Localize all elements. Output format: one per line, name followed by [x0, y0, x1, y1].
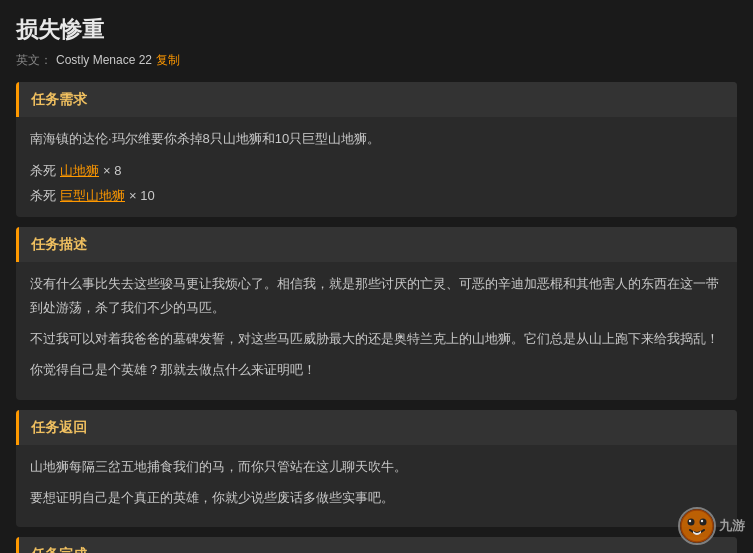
- kill-target-1[interactable]: 山地狮: [60, 159, 99, 182]
- section-header-description: 任务描述: [16, 227, 737, 262]
- section-header-complete: 任务完成: [16, 537, 737, 553]
- svg-point-3: [689, 520, 691, 522]
- return-para-1: 山地狮每隔三岔五地捕食我们的马，而你只管站在这儿聊天吹牛。: [30, 455, 723, 478]
- section-complete: 任务完成 真是好消息!我早该找一个像你这样的英雄来帮我看马厩!你父亲会为你骄傲的…: [16, 537, 737, 553]
- section-header-text-requirements: 任务需求: [31, 91, 87, 107]
- svg-point-4: [701, 520, 703, 522]
- svg-point-1: [688, 519, 695, 526]
- return-para-2: 要想证明自己是个真正的英雄，你就少说些废话多做些实事吧。: [30, 486, 723, 509]
- english-label: 英文：: [16, 51, 52, 70]
- section-body-requirements: 南海镇的达伦·玛尔维要你杀掉8只山地狮和10只巨型山地狮。 杀死 山地狮 × 8…: [16, 117, 737, 217]
- kill-count-2: × 10: [129, 184, 155, 207]
- section-body-description: 没有什么事比失去这些骏马更让我烦心了。相信我，就是那些讨厌的亡灵、可恶的辛迪加恶…: [16, 262, 737, 400]
- section-header-text-return: 任务返回: [31, 419, 87, 435]
- page-container: 损失惨重 英文： Costly Menace 22 复制 任务需求 南海镇的达伦…: [0, 0, 753, 553]
- desc-para-3: 你觉得自己是个英雄？那就去做点什么来证明吧！: [30, 358, 723, 381]
- kill-count-1: × 8: [103, 159, 121, 182]
- svg-point-0: [681, 510, 713, 542]
- kill-target-2[interactable]: 巨型山地狮: [60, 184, 125, 207]
- page-title: 损失惨重: [16, 12, 737, 47]
- section-header-text-description: 任务描述: [31, 236, 87, 252]
- section-header-text-complete: 任务完成: [31, 546, 87, 553]
- watermark: 九游: [678, 507, 745, 545]
- desc-para-2: 不过我可以对着我爸爸的墓碑发誓，对这些马匹威胁最大的还是奥特兰克上的山地狮。它们…: [30, 327, 723, 350]
- section-header-return: 任务返回: [16, 410, 737, 445]
- english-name: Costly Menace 22: [56, 51, 152, 70]
- section-header-requirements: 任务需求: [16, 82, 737, 117]
- section-return: 任务返回 山地狮每隔三岔五地捕食我们的马，而你只管站在这儿聊天吹牛。 要想证明自…: [16, 410, 737, 528]
- kill-item-1: 杀死 山地狮 × 8: [30, 159, 723, 182]
- english-subtitle: 英文： Costly Menace 22 复制: [16, 51, 737, 70]
- kill-label-2: 杀死: [30, 184, 56, 207]
- kill-label-1: 杀死: [30, 159, 56, 182]
- kill-item-2: 杀死 巨型山地狮 × 10: [30, 184, 723, 207]
- section-description: 任务描述 没有什么事比失去这些骏马更让我烦心了。相信我，就是那些讨厌的亡灵、可恶…: [16, 227, 737, 399]
- svg-point-2: [700, 519, 707, 526]
- desc-para-1: 没有什么事比失去这些骏马更让我烦心了。相信我，就是那些讨厌的亡灵、可恶的辛迪加恶…: [30, 272, 723, 319]
- requirements-intro: 南海镇的达伦·玛尔维要你杀掉8只山地狮和10只巨型山地狮。: [30, 127, 723, 150]
- watermark-text: 九游: [719, 516, 745, 537]
- copy-link[interactable]: 复制: [156, 51, 180, 70]
- section-body-return: 山地狮每隔三岔五地捕食我们的马，而你只管站在这儿聊天吹牛。 要想证明自己是个真正…: [16, 445, 737, 528]
- section-requirements: 任务需求 南海镇的达伦·玛尔维要你杀掉8只山地狮和10只巨型山地狮。 杀死 山地…: [16, 82, 737, 217]
- watermark-icon: [678, 507, 716, 545]
